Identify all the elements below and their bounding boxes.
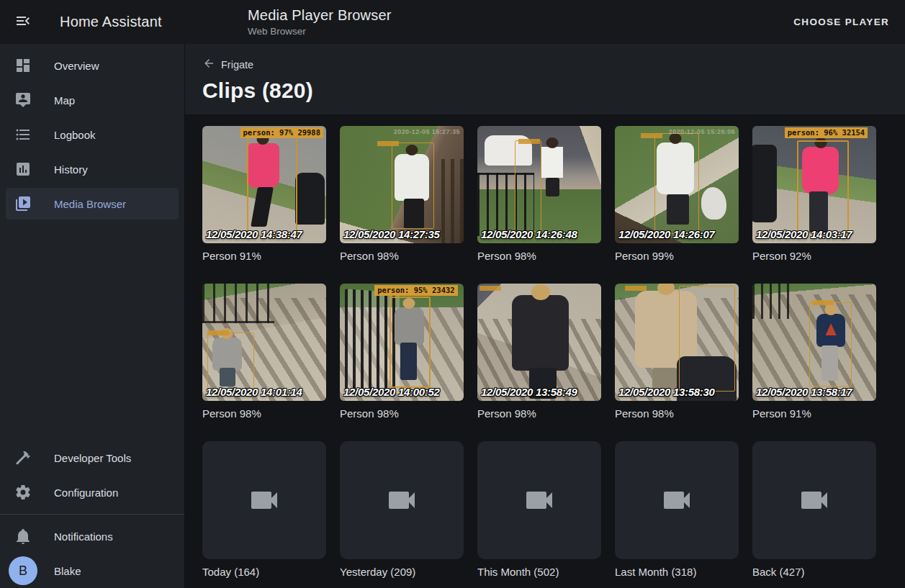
detection-box xyxy=(679,286,734,392)
clip-thumbnail[interactable]: person: 95% 23432 12/05/2020 14:00:52 xyxy=(340,284,464,401)
detection-box xyxy=(207,333,254,392)
clip-card[interactable]: 12/05/2020 14:26:48 Person 98% xyxy=(477,126,601,262)
detection-label-small xyxy=(377,141,399,146)
page-title: Clips (820) xyxy=(202,78,888,103)
menu-open-icon xyxy=(14,12,32,32)
folder-label: Today (164) xyxy=(202,566,326,578)
detection-box xyxy=(797,140,849,234)
panel-heading: Media Player Browser Web Browser xyxy=(248,7,392,37)
clip-card[interactable]: 12/05/2020 13:58:49 Person 98% xyxy=(477,284,601,420)
trash-bag-object xyxy=(701,187,726,220)
sidebar-item-logbook[interactable]: Logbook xyxy=(6,119,179,150)
stroller-object xyxy=(752,145,777,222)
sidebar: Overview Map Logbook History Media Brows… xyxy=(0,44,185,588)
detection-label: person: 95% 23432 xyxy=(374,285,457,296)
folder-card-this-month[interactable]: This Month (502) xyxy=(477,441,601,578)
timestamp-overlay: 12/05/2020 14:27:35 xyxy=(343,228,440,240)
chart-box-icon xyxy=(14,160,32,178)
porch-railing xyxy=(441,159,464,243)
clip-thumbnail[interactable]: 12/05/2020 13:58:49 xyxy=(477,284,601,401)
timestamp-overlay: 12/05/2020 14:03:17 xyxy=(756,228,852,240)
account-location-icon xyxy=(14,91,32,109)
main-content: Frigate Clips (820) person: 97% 29988 12… xyxy=(185,44,905,588)
sidebar-item-overview[interactable]: Overview xyxy=(6,50,179,81)
clip-caption: Person 92% xyxy=(752,250,876,262)
clip-card[interactable]: 12/05/2020 13:58:30 Person 98% xyxy=(615,284,739,420)
clip-card[interactable]: 12/05/2020 14:01:14 Person 98% xyxy=(202,284,326,420)
video-icon xyxy=(522,483,557,517)
clip-caption: Person 91% xyxy=(752,407,876,420)
detection-label-small xyxy=(641,133,662,138)
clip-card[interactable]: 2020-12-05 15:27:35 12/05/2020 14:27:35 … xyxy=(340,126,464,262)
panel-title: Media Player Browser xyxy=(248,7,392,24)
sidebar-item-label: Media Browser xyxy=(54,198,126,210)
detection-box xyxy=(654,133,699,234)
person-figure xyxy=(512,295,569,370)
clip-card[interactable]: 2020-12-05 15:26:06 12/05/2020 14:26:07 … xyxy=(615,126,739,262)
folder-card-yesterday[interactable]: Yesterday (209) xyxy=(340,441,464,578)
folder-thumbnail[interactable] xyxy=(752,441,876,559)
sidebar-item-developer-tools[interactable]: Developer Tools xyxy=(6,442,179,474)
folder-card-last-month[interactable]: Last Month (318) xyxy=(615,441,739,578)
folder-thumbnail[interactable] xyxy=(615,441,739,559)
sidebar-item-map[interactable]: Map xyxy=(6,84,179,116)
sidebar-item-label: Logbook xyxy=(54,129,96,141)
clip-caption: Person 98% xyxy=(340,407,464,420)
folder-thumbnail[interactable] xyxy=(202,441,326,559)
profile-name: Blake xyxy=(54,565,81,577)
clip-thumbnail[interactable]: 12/05/2020 14:01:14 xyxy=(202,284,326,401)
iron-fence xyxy=(202,284,274,323)
timestamp-overlay: 12/05/2020 13:58:17 xyxy=(756,386,852,398)
choose-player-button[interactable]: CHOOSE PLAYER xyxy=(788,9,895,35)
breadcrumb-back[interactable]: Frigate xyxy=(202,57,253,73)
clip-thumbnail[interactable]: person: 97% 29988 12/05/2020 14:38:47 xyxy=(202,126,326,243)
folder-card-today[interactable]: Today (164) xyxy=(202,441,326,578)
timestamp-overlay: 12/05/2020 14:26:07 xyxy=(618,228,715,240)
arrow-left-icon xyxy=(202,57,215,73)
clip-card[interactable]: person: 96% 32154 12/05/2020 14:03:17 Pe… xyxy=(752,126,876,262)
folder-label: Last Month (318) xyxy=(615,566,739,578)
sidebar-toggle-button[interactable] xyxy=(10,9,36,35)
sidebar-item-history[interactable]: History xyxy=(6,153,179,185)
person-legs xyxy=(546,178,559,196)
detection-label: person: 97% 29988 xyxy=(240,127,323,138)
detection-box xyxy=(247,137,298,237)
timestamp-overlay: 12/05/2020 14:01:14 xyxy=(206,386,302,398)
clip-thumbnail[interactable]: 2020-12-05 15:26:06 12/05/2020 14:26:07 xyxy=(615,126,739,243)
sidebar-item-profile[interactable]: B Blake xyxy=(6,555,179,587)
clip-caption: Person 98% xyxy=(477,250,601,262)
folder-card-back[interactable]: Back (427) xyxy=(752,441,876,578)
camera-osd-timestamp: 2020-12-05 15:26:06 xyxy=(669,128,735,135)
app-title: Home Assistant xyxy=(60,14,162,30)
video-icon xyxy=(659,483,694,517)
clip-caption: Person 98% xyxy=(615,407,739,420)
folder-label: Yesterday (209) xyxy=(340,566,464,578)
iron-fence xyxy=(752,284,794,319)
hammer-icon xyxy=(14,449,32,466)
clip-card[interactable]: 12/05/2020 13:58:17 Person 91% xyxy=(752,284,876,420)
sidebar-item-media-browser[interactable]: Media Browser xyxy=(6,188,179,220)
sidebar-item-configuration[interactable]: Configuration xyxy=(6,476,179,508)
play-box-multiple-icon xyxy=(14,195,32,212)
sidebar-divider xyxy=(0,514,184,515)
clip-thumbnail[interactable]: 12/05/2020 14:26:48 xyxy=(477,126,601,243)
clip-card[interactable]: person: 95% 23432 12/05/2020 14:00:52 Pe… xyxy=(340,284,464,420)
sidebar-item-notifications[interactable]: Notifications xyxy=(6,520,179,552)
list-bulleted-icon xyxy=(14,126,32,143)
clip-thumbnail[interactable]: 12/05/2020 13:58:17 xyxy=(752,284,876,401)
clip-thumbnail[interactable]: 12/05/2020 13:58:30 xyxy=(615,284,739,401)
breadcrumb-label: Frigate xyxy=(221,59,253,71)
clip-card[interactable]: person: 97% 29988 12/05/2020 14:38:47 Pe… xyxy=(202,126,326,262)
folder-thumbnail[interactable] xyxy=(477,441,601,559)
detection-box xyxy=(515,140,542,232)
video-icon xyxy=(247,483,282,517)
sidebar-item-label: Notifications xyxy=(54,530,113,543)
avatar: B xyxy=(9,556,37,585)
clip-thumbnail[interactable]: 2020-12-05 15:27:35 12/05/2020 14:27:35 xyxy=(340,126,464,243)
clip-thumbnail[interactable]: person: 96% 32154 12/05/2020 14:03:17 xyxy=(752,126,876,243)
detection-label-small xyxy=(479,286,501,291)
detection-label-small xyxy=(625,286,647,291)
folder-thumbnail[interactable] xyxy=(340,441,464,559)
camera-osd-timestamp: 2020-12-05 15:27:35 xyxy=(394,128,460,135)
clip-caption: Person 98% xyxy=(340,250,464,262)
